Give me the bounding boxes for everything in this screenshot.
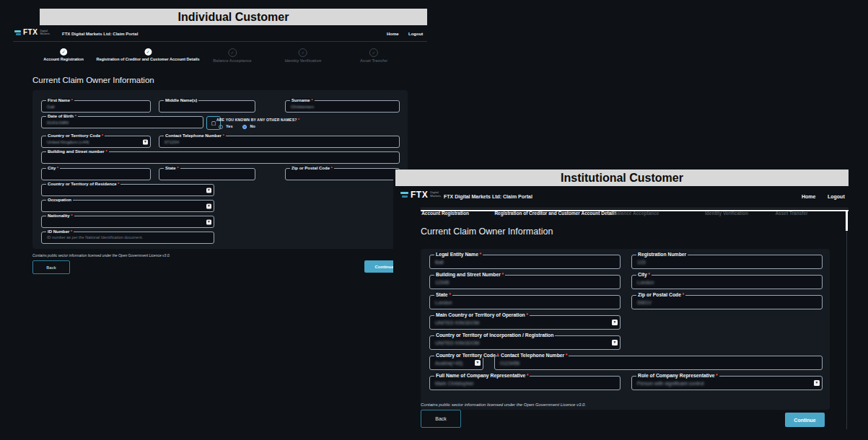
country-code-label: Country or Territory Code [434, 353, 500, 358]
calendar-icon: ▢ [211, 120, 216, 126]
home-link[interactable]: Home [802, 194, 815, 199]
surname-value: Christensen [291, 105, 314, 109]
step-label: Registration of Creditor and Customer Ac… [96, 58, 199, 62]
middle-name-field[interactable]: Middle Name(s) [159, 100, 255, 113]
portal-title: FTX Digital Markets Ltd: Claim Portal [62, 32, 138, 36]
step-label: Identity Verification [285, 59, 322, 63]
step-check-icon: ✓ [228, 48, 237, 57]
building-street-field[interactable]: Building and Street Number 12345 [429, 275, 621, 289]
ftx-logo-icon [400, 191, 408, 199]
step-label-account-registration: Account Registration [421, 211, 469, 216]
legal-entity-name-value: Ball [435, 260, 444, 265]
incorporation-country-value: UNITED KINGDOM [435, 340, 479, 346]
dropdown-arrow-icon: ▾ [612, 320, 618, 325]
occupation-select[interactable]: Occupation ▾ [41, 200, 214, 212]
dropdown-arrow-icon: ▾ [814, 380, 820, 386]
middle-name-label: Middle Name(s) [164, 98, 198, 102]
country-code-select[interactable]: Country or Territory Code Austria(+43) ▾ [429, 356, 483, 370]
step-check-icon: ✓ [144, 48, 152, 56]
nationality-select[interactable]: Nationality ▾ [41, 216, 214, 228]
dropdown-arrow-icon: ▾ [143, 139, 148, 144]
registration-number-label: Registration Number [636, 252, 688, 258]
radio-yes[interactable] [219, 125, 223, 129]
first-name-label: First Name [46, 98, 74, 102]
telephone-label: Contact Telephone Number [164, 133, 226, 138]
incorporation-country-select[interactable]: Country or Territory of Incorporation / … [429, 335, 621, 350]
state-label: State [434, 293, 452, 298]
individual-banner: Individual Customer [40, 9, 427, 25]
individual-banner-title: Individual Customer [178, 11, 289, 24]
other-names-question: ARE YOU KNOWN BY ANY OTHER NAMES? [216, 118, 299, 122]
registration-number-field[interactable]: Registration Number 123 [631, 255, 823, 269]
representative-name-field[interactable]: Full Name of Company Representative Mark… [429, 376, 621, 390]
state-field[interactable]: State London [429, 295, 621, 309]
back-button[interactable]: Back [32, 260, 70, 274]
institutional-customer-panel: Institutional Customer FTX Digital Marke… [393, 170, 868, 440]
step-identity-verification: ✓ Identity Verification [285, 48, 322, 63]
step-check-icon: ✓ [369, 48, 378, 57]
home-link[interactable]: Home [387, 32, 399, 36]
telephone-value: 071234 [165, 140, 179, 144]
step-check-icon: ✓ [299, 48, 307, 57]
building-street-label: Building and Street Number [434, 273, 505, 278]
representative-name-label: Full Name of Company Representative [434, 374, 530, 379]
date-of-birth-label: Date of Birth [46, 114, 78, 118]
step-account-registration: ✓ Account Registration [43, 48, 84, 62]
main-country-select[interactable]: Main Country or Territory of Operation U… [429, 315, 621, 330]
occupation-label: Occupation [46, 198, 73, 202]
legal-entity-name-field[interactable]: Legal Entity Name Ball [429, 255, 621, 269]
logout-link[interactable]: Logout [828, 194, 845, 199]
zip-field[interactable]: Zip or Postal Code [285, 168, 400, 180]
page-title: Current Claim Owner Information [32, 76, 154, 85]
ftx-logo: FTX Digital Markets [14, 29, 49, 36]
ftx-sub-wordmark: Digital Markets [40, 30, 49, 36]
zip-label: Zip or Postal Code [636, 293, 685, 298]
page: { "icons": { "dropdown": "▾", "calendar"… [0, 0, 868, 440]
dropdown-arrow-icon: ▾ [206, 188, 211, 193]
back-button[interactable]: Back [421, 410, 461, 428]
country-code-select[interactable]: Country or Territory Code United Kingdom… [41, 136, 151, 148]
first-name-field[interactable]: First Name Gail [41, 100, 151, 113]
surname-field[interactable]: Surname Christensen [285, 100, 400, 113]
telephone-value: 0123456 [500, 361, 520, 366]
state-field[interactable]: State [159, 168, 255, 180]
country-code-value: Austria(+43) [435, 361, 463, 366]
city-label: City [46, 166, 60, 170]
step-label: Asset Transfer [360, 59, 387, 63]
dropdown-arrow-icon: ▾ [206, 219, 211, 224]
id-number-field[interactable]: ID Number ID number as per the National … [41, 232, 214, 244]
telephone-field[interactable]: Contact Telephone Number 071234 [159, 136, 400, 148]
zip-value: SW1V [637, 300, 652, 305]
step-label-creditor-details: Registration of Creditor and Customer Ac… [494, 211, 616, 216]
city-label: City [636, 273, 652, 278]
city-field[interactable]: City London [631, 275, 823, 289]
radio-yes-label: Yes [226, 125, 232, 129]
logout-link[interactable]: Logout [408, 32, 423, 36]
step-creditor-details: ✓ Registration of Creditor and Customer … [96, 48, 199, 62]
telephone-field[interactable]: Contact Telephone Number 0123456 [494, 356, 823, 370]
scrollbar-thumb[interactable] [846, 211, 848, 231]
scrollbar-track [846, 231, 847, 429]
state-value: London [435, 300, 452, 305]
radio-no[interactable] [242, 125, 247, 129]
city-field[interactable]: City [41, 168, 151, 180]
representative-role-select[interactable]: Role of Company Representative Person wi… [631, 376, 823, 390]
institutional-banner: Institutional Customer [395, 170, 849, 186]
residence-select[interactable]: Country or Territory of Residence ▾ [41, 184, 214, 196]
main-country-value: UNITED KINGDOM [435, 320, 479, 325]
licence-note: Contains public sector information licen… [421, 402, 586, 407]
ftx-wordmark: FTX [23, 29, 38, 36]
step-label-balance-acceptance: Balance Acceptance [614, 211, 659, 216]
building-street-field[interactable]: Building and Street number [41, 151, 400, 164]
zip-field[interactable]: Zip or Postal Code SW1V [631, 295, 823, 309]
telephone-label: Contact Telephone Number [499, 353, 569, 358]
country-code-label: Country or Territory Code [46, 133, 105, 138]
date-of-birth-field[interactable]: Date of Birth 01/01/1980 [41, 116, 203, 128]
surname-label: Surname [290, 98, 315, 102]
continue-button[interactable]: Continue [785, 413, 825, 427]
step-label-identity-verification: Identity Verification [705, 211, 748, 216]
step-label-asset-transfer: Asset Transfer [775, 211, 807, 216]
id-number-placeholder: ID number as per the National Identifica… [47, 236, 143, 240]
ftx-wordmark: FTX [411, 190, 428, 199]
ftx-sub-wordmark: Digital Markets [430, 191, 441, 198]
